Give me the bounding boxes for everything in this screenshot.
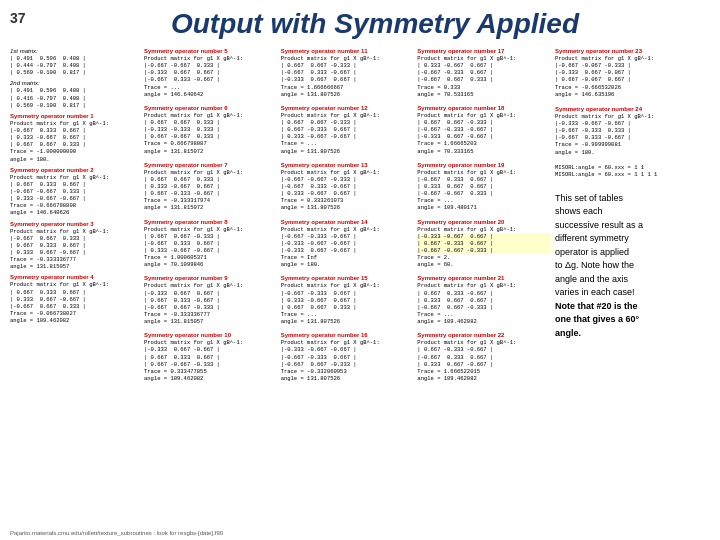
sym8-angle: angle = 70.1099846	[144, 261, 278, 268]
sym22-header: Symmetry operator number 22	[417, 332, 551, 338]
sym18-sub: Product matrix for g1 X gB^-1:	[417, 112, 551, 119]
sym-op-16: Symmetry operator number 16 Product matr…	[281, 332, 415, 382]
sym17-angle: angle = 70.533165	[417, 91, 551, 98]
sym14-header: Symmetry operator number 14	[281, 219, 415, 225]
sym20-sub: Product matrix for g1 X gB^-1:	[417, 226, 551, 233]
sym3-subheader: Product matrix for g1 X gB^-1:	[10, 228, 140, 235]
sym1-header: Symmetry operator number 1	[10, 113, 140, 119]
sym-op-12: Symmetry operator number 12 Product matr…	[281, 105, 415, 155]
sym2-subheader: Product matrix for g1 X gB^-1:	[10, 174, 140, 181]
sym9-sub: Product matrix for g1 X gB^-1:	[144, 282, 278, 289]
sym16-sub: Product matrix for g1 X gB^-1:	[281, 339, 415, 346]
sym4-rows: | 0.667 0.333 0.667 | | 0.333 0.667 -0.6…	[10, 289, 140, 310]
sym8-sub: Product matrix for g1 X gB^-1:	[144, 226, 278, 233]
sym19-angle: angle = 109.480171	[417, 204, 551, 211]
sym2-rows: | 0.667 0.333 0.667 | |-0.667 -0.667 0.3…	[10, 181, 140, 202]
sym16-trace: Trace = -0.332060953	[281, 368, 415, 375]
sym21-sub: Product matrix for g1 X gB^-1:	[417, 282, 551, 289]
sym12-sub: Product matrix for g1 X gB^-1:	[281, 112, 415, 119]
sym13-rows: |-0.667 -0.667 -0.333 | |-0.667 0.333 -0…	[281, 176, 415, 197]
col-c: Symmetry operator number 17 Product matr…	[417, 48, 551, 386]
sym6-angle: angle = 131.815072	[144, 148, 278, 155]
sym18-trace: Trace = 1.66665203	[417, 140, 551, 147]
sym-op-23: Symmetry operator number 23 Product matr…	[555, 48, 710, 98]
sym19-rows: |-0.667 0.333 0.667 | | 0.333 0.667 0.66…	[417, 176, 551, 197]
matrix1-row1: | 0.491 0.596 0.408 |	[10, 55, 140, 62]
sym-op-22: Symmetry operator number 22 Product matr…	[417, 332, 551, 382]
footer-text: Pajarito.materials.cmu.edu/rollett/textu…	[10, 530, 223, 536]
sym13-trace: Trace = 0.333261073	[281, 197, 415, 204]
sym-op-15: Symmetry operator number 15 Product matr…	[281, 275, 415, 325]
sym4-trace: Trace = -0.066738027	[10, 310, 140, 317]
sym23-rows: |-0.667 -0.067 -0.333 | |-0.333 0.667 -0…	[555, 62, 710, 83]
sym-op-14: Symmetry operator number 14 Product matr…	[281, 219, 415, 269]
misorl-line2: MISORL:angle = 60.xxx = 1 1 1 1	[555, 171, 710, 178]
sym19-sub: Product matrix for g1 X gB^-1:	[417, 169, 551, 176]
sym24-header: Symmetry operator number 24	[555, 106, 710, 112]
sym21-angle: angle = 109.462082	[417, 318, 551, 325]
left-column: 1st matrix: | 0.491 0.596 0.408 | | 0.44…	[10, 48, 140, 386]
sym-op-13: Symmetry operator number 13 Product matr…	[281, 162, 415, 212]
sym13-header: Symmetry operator number 13	[281, 162, 415, 168]
sym23-sub: Product matrix for g1 X gB^-1:	[555, 55, 710, 62]
sym11-angle: angle = 131.807526	[281, 91, 415, 98]
sym8-trace: Trace = 1.000605371	[144, 254, 278, 261]
sym-op-10: Symmetry operator number 10 Product matr…	[144, 332, 278, 382]
content-area: 1st matrix: | 0.491 0.596 0.408 | | 0.44…	[10, 48, 710, 386]
sym-op-19: Symmetry operator number 19 Product matr…	[417, 162, 551, 212]
desc-line2: shows each	[555, 205, 710, 219]
description-box: This set of tables shows each successive…	[555, 192, 710, 341]
sym11-rows: | 0.667 0.667 -0.333 | |-0.667 0.333 -0.…	[281, 62, 415, 83]
slide-page: 37 Output with Symmetry Applied 1st matr…	[0, 0, 720, 540]
sym-op-18: Symmetry operator number 18 Product matr…	[417, 105, 551, 155]
sym3-rows: |-0.667 0.667 0.333 | | 0.667 0.333 0.66…	[10, 235, 140, 256]
sym12-angle: angle = 131.807526	[281, 148, 415, 155]
sym13-sub: Product matrix for g1 X gB^-1:	[281, 169, 415, 176]
desc-line4: different symmetry	[555, 232, 710, 246]
right-side: Symmetry operator number 23 Product matr…	[555, 48, 710, 386]
sym12-trace: Trace = ...	[281, 140, 415, 147]
sym7-rows: | 0.667 0.667 0.333 | | 0.333 -0.667 0.6…	[144, 176, 278, 197]
matrix2-row2: | 0.416 -0.797 0.408 |	[10, 95, 140, 102]
sym5-header: Symmetry operator number 5	[144, 48, 278, 54]
sym18-angle: angle = 70.333165	[417, 148, 551, 155]
sym11-sub: Product matrix for g1 X gB^-1:	[281, 55, 415, 62]
sym14-sub: Product matrix for g1 X gB^-1:	[281, 226, 415, 233]
matrix1-row3: | 0.569 -0.100 0.817 |	[10, 69, 140, 76]
sym9-header: Symmetry operator number 9	[144, 275, 278, 281]
desc-line8: varies in each case!	[555, 286, 710, 300]
sym7-trace: Trace = -0.333317974	[144, 197, 278, 204]
sym-op-8: Symmetry operator number 8 Product matri…	[144, 219, 278, 269]
sym22-sub: Product matrix for g1 X gB^-1:	[417, 339, 551, 346]
sym10-sub: Product matrix for g1 X gB^-1:	[144, 339, 278, 346]
desc-line11: angle.	[555, 327, 710, 341]
sym14-trace: Trace = Inf	[281, 254, 415, 261]
desc-line7: angle and the axis	[555, 273, 710, 287]
sym1-trace: Trace = -1.000000000	[10, 148, 140, 155]
sym-op-1: Symmetry operator number 1 Product matri…	[10, 113, 140, 163]
sym8-header: Symmetry operator number 8	[144, 219, 278, 225]
desc-line9: Note that #20 is the	[555, 300, 710, 314]
sym18-header: Symmetry operator number 18	[417, 105, 551, 111]
sym20-trace: Trace = 2.	[417, 254, 551, 261]
sym20-angle: angle = 60.	[417, 261, 551, 268]
sym14-rows: |-0.667 -0.333 -0.667 | |-0.333 -0.667 -…	[281, 233, 415, 254]
sym10-trace: Trace = 0.333477855	[144, 368, 278, 375]
sym15-rows: |-0.667 -0.333 0.667 | | 0.333 -0.667 0.…	[281, 290, 415, 311]
sym21-header: Symmetry operator number 21	[417, 275, 551, 281]
sym5-trace: Trace = ...	[144, 84, 278, 91]
desc-line10: one that gives a 60°	[555, 313, 710, 327]
sym24-trace: Trace = -0.999999081	[555, 141, 710, 148]
sym3-angle: angle = 131.815057	[10, 263, 140, 270]
sym10-rows: |-0.333 0.667 -0.667 | | 0.667 0.333 0.6…	[144, 346, 278, 367]
sym4-subheader: Product matrix for g1 X gB^-1:	[10, 281, 140, 288]
sym4-angle: angle = 109.462082	[10, 317, 140, 324]
sym2-trace: Trace = -0.666798808	[10, 202, 140, 209]
desc-line1: This set of tables	[555, 192, 710, 206]
sym1-rows: |-0.667 0.333 0.667 | | 0.333 -0.667 0.6…	[10, 127, 140, 148]
sym5-rows: |-0.667 -0.667 0.333 | |-0.333 0.667 0.6…	[144, 62, 278, 83]
sym24-rows: |-0.333 -0.667 -0.667 | |-0.667 -0.333 0…	[555, 120, 710, 141]
sym-op-17: Symmetry operator number 17 Product matr…	[417, 48, 551, 98]
sym6-sub: Product matrix for g1 X gB^-1:	[144, 112, 278, 119]
sym9-angle: angle = 131.815057	[144, 318, 278, 325]
